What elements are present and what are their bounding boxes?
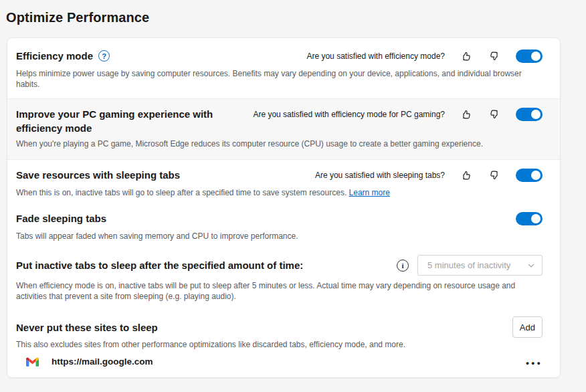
sleeping-tabs-toggle[interactable] [516,169,543,182]
page-title: Optimize Performance [6,10,586,25]
sleep-timeout-dropdown[interactable]: 5 minutes of inactivity [417,255,543,276]
efficiency-feedback-question: Are you satisfied with efficiency mode? [306,52,445,61]
efficiency-mode-toggle[interactable] [516,50,543,63]
section-efficiency-mode: Efficiency mode ? Are you satisfied with… [7,38,560,99]
thumbs-down-icon[interactable] [488,108,501,121]
thumbs-down-icon[interactable] [488,50,501,63]
pc-gaming-toggle[interactable] [516,108,543,121]
sleeping-tabs-description: When this is on, inactive tabs will go t… [16,188,347,197]
sleep-timeout-description: When efficiency mode is on, inactive tab… [16,280,528,302]
thumbs-down-icon[interactable] [488,169,501,182]
pc-gaming-feedback-question: Are you satisfied with efficiency mode f… [253,110,445,119]
thumbs-up-icon[interactable] [460,108,473,121]
fade-tabs-description: Tabs will appear faded when saving memor… [16,231,543,241]
never-sleep-title: Never put these sites to sleep [16,320,158,334]
add-site-button[interactable]: Add [512,316,543,338]
never-sleep-description: This also excludes sites from other perf… [16,339,543,350]
fade-tabs-toggle[interactable] [516,212,543,225]
section-sleep-timeout: Put inactive tabs to sleep after the spe… [7,247,560,307]
chevron-down-icon [527,262,535,270]
more-options-icon[interactable]: ●●● [526,358,543,366]
thumbs-up-icon[interactable] [460,169,473,182]
section-never-sleep: Never put these sites to sleep Add This … [7,307,560,350]
info-icon[interactable]: i [397,260,409,272]
section-pc-gaming: Improve your PC gaming experience with e… [7,99,560,160]
efficiency-mode-title: Efficiency mode [16,49,93,63]
sleep-timeout-title: Put inactive tabs to sleep after the spe… [16,258,303,272]
pc-gaming-description: When you're playing a PC game, Microsoft… [16,138,543,149]
gmail-icon [26,357,39,367]
thumbs-up-icon[interactable] [460,50,473,63]
learn-more-link[interactable]: Learn more [349,188,390,197]
site-url: https://mail.google.com [52,357,526,367]
section-sleeping-tabs: Save resources with sleeping tabs Are yo… [7,160,560,203]
settings-card: Efficiency mode ? Are you satisfied with… [7,37,561,378]
section-fade-sleeping-tabs: Fade sleeping tabs Tabs will appear fade… [7,203,560,247]
help-icon[interactable]: ? [98,50,110,62]
efficiency-mode-description: Helps minimize power usage by saving com… [16,68,543,90]
sleep-timeout-dropdown-value: 5 minutes of inactivity [427,260,510,270]
sleeping-tabs-title: Save resources with sleeping tabs [16,168,180,182]
sleeping-tabs-feedback-question: Are you satisfied with sleeping tabs? [315,171,445,180]
pc-gaming-title: Improve your PC gaming experience with e… [16,107,253,135]
fade-tabs-title: Fade sleeping tabs [16,211,106,225]
site-list-item: https://mail.google.com ●●● [26,357,543,377]
